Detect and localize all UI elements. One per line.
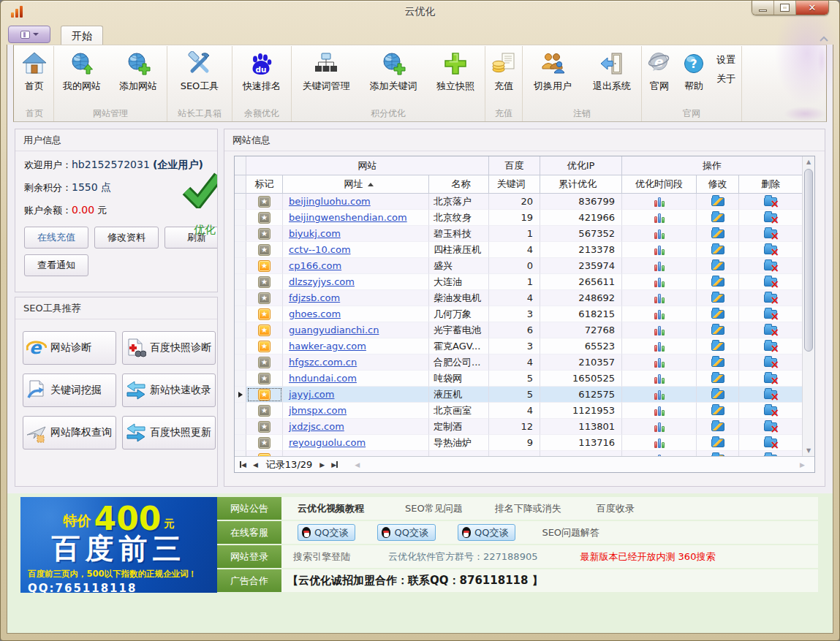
mark-cell[interactable]: ★: [246, 371, 283, 387]
star-icon[interactable]: ★: [258, 357, 270, 368]
table-row[interactable]: ★ reyouguolu.com 导热油炉 9 113716: [235, 435, 802, 451]
bar-chart-icon[interactable]: [654, 293, 665, 303]
delete-cell[interactable]: [739, 338, 802, 354]
column-header-time-range[interactable]: 优化时间段: [622, 175, 697, 194]
url-cell[interactable]: reyouguolu.com: [283, 435, 429, 451]
star-icon[interactable]: ★: [258, 341, 270, 352]
promo-ad-banner[interactable]: 特价 400 元 百度前三 百度前三页内，500以下指数的正规企业词！ QQ:7…: [20, 497, 217, 593]
column-header-edit[interactable]: 修改: [697, 175, 739, 194]
column-header-keywords[interactable]: 关键词: [489, 175, 540, 194]
delete-icon[interactable]: [764, 342, 777, 351]
time-range-cell[interactable]: [622, 403, 697, 419]
website-link[interactable]: hfgszc.com.cn: [289, 357, 357, 368]
star-icon[interactable]: ★: [258, 196, 270, 208]
edit-icon[interactable]: [711, 213, 724, 222]
bar-chart-icon[interactable]: [654, 213, 665, 223]
table-row[interactable]: ★ beijingwenshendian.com 北京纹身 19 421966: [235, 210, 802, 226]
time-range-cell[interactable]: [622, 371, 697, 387]
time-range-cell[interactable]: [622, 306, 697, 322]
edit-icon[interactable]: [711, 390, 724, 399]
mark-cell[interactable]: ★: [246, 419, 283, 435]
url-cell[interactable]: biyukj.com: [283, 226, 429, 242]
edit-icon[interactable]: [711, 439, 724, 447]
table-row[interactable]: ★ dlzszyjys.com 大连油 1 265611: [235, 274, 802, 290]
delete-icon[interactable]: [764, 310, 777, 319]
delete-cell[interactable]: [739, 387, 802, 403]
delete-icon[interactable]: [764, 197, 777, 206]
delete-icon[interactable]: [764, 262, 777, 270]
group-header-actions[interactable]: 操作: [622, 156, 802, 175]
baidu-index-link[interactable]: 百度收录: [597, 502, 635, 515]
mark-cell[interactable]: ★: [246, 258, 283, 274]
search-engine-login-link[interactable]: 搜索引擎登陆: [293, 550, 350, 564]
mark-cell[interactable]: ★: [246, 194, 283, 210]
standalone-snapshot-button[interactable]: 独立快照: [426, 46, 485, 106]
video-tutorial-link[interactable]: 云优化视频教程: [298, 502, 364, 515]
recharge-button[interactable]: 充值: [485, 46, 522, 106]
bar-chart-icon[interactable]: [654, 373, 665, 384]
mark-cell[interactable]: ★: [246, 451, 283, 456]
table-row[interactable]: ★ jbmspx.com 北京画室 4 1121953: [235, 403, 802, 419]
website-link[interactable]: beijingwenshendian.com: [289, 212, 407, 223]
table-row[interactable]: ★ cp166.com 盛兴 0 235974: [235, 258, 802, 274]
keyword-management-button[interactable]: 关键词管理: [292, 46, 360, 106]
delete-cell[interactable]: [739, 354, 802, 371]
mark-cell[interactable]: ★: [246, 435, 283, 451]
seo-tools-button[interactable]: SEO工具: [167, 46, 232, 106]
edit-cell[interactable]: [697, 290, 739, 306]
scrollbar-thumb[interactable]: [804, 169, 813, 352]
star-icon[interactable]: ★: [258, 244, 270, 256]
website-link[interactable]: biyukj.com: [289, 228, 341, 239]
website-link[interactable]: jayyj.com: [289, 389, 334, 400]
last-record-button[interactable]: ▶: [331, 461, 338, 469]
time-range-cell[interactable]: [622, 274, 697, 290]
hscroll-left-icon[interactable]: ◀: [355, 461, 360, 469]
delete-icon[interactable]: [764, 422, 777, 431]
delete-icon[interactable]: [764, 230, 777, 238]
edit-icon[interactable]: [711, 262, 724, 270]
url-cell[interactable]: cp166.com: [283, 258, 429, 274]
delete-cell[interactable]: [739, 435, 802, 451]
column-header-total[interactable]: 累计优化: [540, 175, 622, 194]
url-cell[interactable]: jxdzjsc.com: [283, 419, 429, 435]
table-row[interactable]: ★ jayyj.com 液压机 5 612575: [235, 387, 802, 403]
time-range-cell[interactable]: [622, 210, 697, 226]
column-header-delete[interactable]: 删除: [739, 175, 802, 194]
minimize-button[interactable]: [752, 1, 774, 15]
time-range-cell[interactable]: [622, 387, 697, 403]
group-header-baidu[interactable]: 百度: [489, 156, 540, 175]
bar-chart-icon[interactable]: [654, 390, 665, 400]
switch-user-button[interactable]: 切换用户: [523, 46, 583, 106]
url-cell[interactable]: jayyj.com: [283, 387, 429, 403]
time-range-cell[interactable]: [622, 435, 697, 451]
keyword-mining-button[interactable]: 关键词挖掘: [23, 373, 116, 407]
mark-cell[interactable]: ★: [246, 290, 283, 306]
hscroll-right-icon[interactable]: ▶: [800, 461, 805, 469]
website-link[interactable]: cp166.com: [289, 260, 341, 271]
ribbon-collapse-button[interactable]: [819, 31, 829, 45]
delete-icon[interactable]: [764, 374, 777, 383]
delete-cell[interactable]: [739, 210, 802, 226]
edit-cell[interactable]: [697, 354, 739, 371]
url-cell[interactable]: hfgszc.com.cn: [283, 354, 429, 371]
view-notifications-button[interactable]: 查看通知: [24, 254, 88, 276]
scroll-up-icon[interactable]: ▲: [803, 156, 814, 167]
edit-icon[interactable]: [711, 246, 724, 254]
website-link[interactable]: cctv--10.com: [289, 244, 351, 255]
delete-cell[interactable]: [739, 451, 802, 456]
delete-cell[interactable]: [739, 371, 802, 387]
website-link[interactable]: beijingluohu.com: [289, 196, 371, 207]
table-row[interactable]: ★ guangyudianchi.cn 光宇蓄电池 6 72768: [235, 322, 802, 338]
edit-cell[interactable]: [697, 322, 739, 338]
delete-cell[interactable]: [739, 403, 802, 419]
table-row[interactable]: ★ cctv--10.com 四柱液压机 4 213378: [235, 242, 802, 258]
table-row[interactable]: ★ hndundai.com 吨袋网 5 1650525: [235, 371, 802, 387]
mark-cell[interactable]: ★: [246, 306, 283, 322]
url-cell[interactable]: beijingwenshendian.com: [283, 210, 429, 226]
bar-chart-icon[interactable]: [654, 229, 665, 239]
seo-answers-link[interactable]: SEO问题解答: [542, 526, 599, 539]
settings-button[interactable]: 设置: [711, 53, 741, 67]
maximize-button[interactable]: [774, 1, 796, 15]
table-row[interactable]: ★ hfgszc.com.cn 合肥公司... 4 210357: [235, 354, 802, 371]
bar-chart-icon[interactable]: [654, 277, 665, 287]
